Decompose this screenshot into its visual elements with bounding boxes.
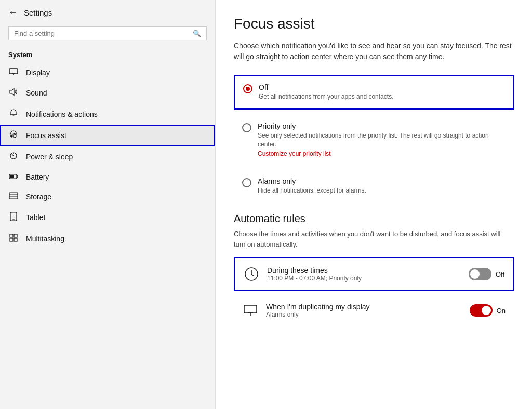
svg-rect-13 xyxy=(9,193,18,199)
sidebar-item-display[interactable]: Display xyxy=(0,63,215,83)
svg-rect-18 xyxy=(10,234,13,237)
rule-item-duplicating-display[interactable]: When I'm duplicating my display Alarms o… xyxy=(234,295,514,326)
customize-priority-link[interactable]: Customize your priority list xyxy=(258,150,506,157)
duplicating-toggle-container: On xyxy=(470,304,506,317)
duplicating-toggle-label: On xyxy=(497,307,506,315)
sound-label: Sound xyxy=(26,89,47,97)
storage-icon xyxy=(8,192,19,201)
radio-alarms-circle xyxy=(242,178,251,187)
radio-option-alarms[interactable]: Alarms only Hide all notifications, exce… xyxy=(234,170,514,202)
svg-marker-3 xyxy=(10,88,14,96)
search-input[interactable] xyxy=(14,30,193,37)
duplicating-display-title: When I'm duplicating my display xyxy=(266,303,462,311)
battery-icon xyxy=(8,172,19,182)
radio-priority-circle xyxy=(242,123,251,132)
focus-assist-icon xyxy=(8,130,19,141)
power-sleep-label: Power & sleep xyxy=(26,153,73,161)
svg-rect-16 xyxy=(10,212,17,221)
sound-icon xyxy=(8,88,19,98)
clock-icon xyxy=(243,266,260,282)
sidebar-item-focus-assist[interactable]: Focus assist xyxy=(0,125,215,146)
radio-alarms-content: Alarms only Hide all notifications, exce… xyxy=(258,177,366,195)
monitor-icon xyxy=(242,302,259,319)
svg-line-24 xyxy=(251,274,254,276)
svg-point-5 xyxy=(13,134,16,138)
multitasking-label: Multitasking xyxy=(26,235,64,243)
radio-priority-sublabel: See only selected notifications from the… xyxy=(258,131,506,149)
during-times-text: During these times 11:00 PM - 07:00 AM; … xyxy=(267,266,461,282)
multitasking-icon xyxy=(8,234,19,244)
svg-rect-20 xyxy=(10,238,13,241)
svg-rect-25 xyxy=(244,305,257,313)
radio-off-circle xyxy=(243,84,252,93)
sidebar-item-tablet[interactable]: Tablet xyxy=(0,207,215,228)
sidebar-item-battery[interactable]: Battery xyxy=(0,167,215,187)
svg-rect-19 xyxy=(14,234,17,237)
duplicating-display-subtitle: Alarms only xyxy=(266,311,462,318)
radio-option-off[interactable]: Off Get all notifications from your apps… xyxy=(234,75,514,110)
rule-item-during-times[interactable]: During these times 11:00 PM - 07:00 AM; … xyxy=(234,257,514,291)
radio-off-sublabel: Get all notifications from your apps and… xyxy=(259,92,393,101)
radio-off-label: Off xyxy=(259,83,393,91)
sidebar-item-notifications[interactable]: Notifications & actions xyxy=(0,103,215,125)
back-button[interactable]: ← xyxy=(8,7,18,18)
page-title: Focus assist xyxy=(234,16,514,32)
battery-label: Battery xyxy=(26,173,49,181)
search-box[interactable]: 🔍 xyxy=(8,26,207,40)
radio-off-content: Off Get all notifications from your apps… xyxy=(259,83,393,101)
page-description: Choose which notification you'd like to … xyxy=(234,40,514,62)
storage-label: Storage xyxy=(26,193,51,201)
display-icon xyxy=(8,68,19,77)
svg-rect-21 xyxy=(14,238,17,241)
svg-rect-9 xyxy=(10,175,14,178)
automatic-rules-heading: Automatic rules xyxy=(234,213,514,225)
svg-point-17 xyxy=(13,219,14,220)
automatic-rules-description: Choose the times and activities when you… xyxy=(234,229,514,249)
power-sleep-icon xyxy=(8,152,19,162)
sidebar-item-storage[interactable]: Storage xyxy=(0,187,215,207)
during-times-toggle-container: Off xyxy=(469,268,504,280)
svg-rect-0 xyxy=(9,69,18,74)
during-times-toggle-knob xyxy=(470,269,480,279)
sidebar-header: ← Settings xyxy=(0,0,215,23)
focus-assist-label: Focus assist xyxy=(26,131,66,140)
tablet-label: Tablet xyxy=(26,213,45,222)
sidebar-item-multitasking[interactable]: Multitasking xyxy=(0,228,215,249)
main-content: Focus assist Choose which notification y… xyxy=(216,0,532,409)
during-times-subtitle: 11:00 PM - 07:00 AM; Priority only xyxy=(267,275,461,282)
radio-alarms-label: Alarms only xyxy=(258,177,366,185)
radio-option-priority[interactable]: Priority only See only selected notifica… xyxy=(234,115,514,165)
duplicating-toggle-knob xyxy=(482,306,491,315)
radio-priority-label: Priority only xyxy=(258,122,506,130)
sidebar-title: Settings xyxy=(24,8,52,17)
radio-alarms-sublabel: Hide all notifications, except for alarm… xyxy=(258,186,366,195)
radio-priority-content: Priority only See only selected notifica… xyxy=(258,122,506,158)
notifications-label: Notifications & actions xyxy=(26,110,98,118)
sidebar-item-power-sleep[interactable]: Power & sleep xyxy=(0,146,215,167)
during-times-toggle-label: Off xyxy=(496,270,504,278)
duplicating-toggle[interactable] xyxy=(470,304,493,317)
system-label: System xyxy=(0,48,215,63)
during-times-title: During these times xyxy=(267,266,461,275)
sidebar: ← Settings 🔍 System Display Sound xyxy=(0,0,216,409)
display-label: Display xyxy=(26,69,50,77)
notifications-icon xyxy=(8,108,19,119)
sidebar-item-sound[interactable]: Sound xyxy=(0,83,215,103)
tablet-icon xyxy=(8,212,19,223)
duplicating-display-text: When I'm duplicating my display Alarms o… xyxy=(266,303,462,318)
during-times-toggle[interactable] xyxy=(469,268,491,280)
search-icon: 🔍 xyxy=(193,30,201,37)
